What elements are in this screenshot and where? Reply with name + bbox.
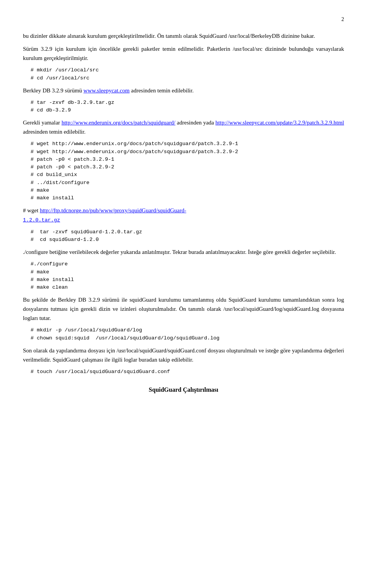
code-block-2: # tar -zxvf db-3.2.9.tar.gz # cd db-3.2.…: [31, 99, 344, 115]
section-heading: SquidGuard Çalıştırılması: [23, 385, 344, 395]
code-block-5: #./configure # make # make install # mak…: [31, 260, 344, 291]
paragraph-1: bu dizinler dikkate alınarak kurulum ger…: [23, 31, 344, 40]
paragraph-7: Son olarak da yapılandırma dosyası için …: [23, 346, 344, 364]
enderunix-link[interactable]: http://www.enderunix.org/docs/patch/squi…: [62, 120, 175, 126]
paragraph-2: Sürüm 3.2.9 için kurulum için öncelikle …: [23, 44, 344, 63]
paragraph-3: Berkley DB 3.2.9 sürümü www.sleepycat.co…: [23, 86, 344, 95]
paragraph-configure: ./configure betiğine verilebilecek değer…: [23, 247, 344, 257]
code-block-7: # touch /usr/local/squidGuard/squidGuard…: [31, 368, 344, 376]
sleepycat-patch-link[interactable]: http://www.sleepycat.com/update/3.2.9/pa…: [216, 120, 344, 126]
code-block-1: # mkdir /usr/local/src # cd /usr/local/s…: [31, 66, 344, 82]
paragraph-5-code: # wget http://ftp.tdcnorge.no/pub/www/pr…: [23, 206, 344, 225]
code-block-6: # mkdir -p /usr/local/squidGuard/log # c…: [31, 326, 344, 342]
sleepycat-link[interactable]: www.sleepycat.com: [83, 87, 130, 94]
paragraph-6: Bu şekilde de Berkley DB 3.2.9 sürümü il…: [23, 295, 344, 323]
code-block-3: # wget http://www.enderunix.org/docs/pat…: [31, 140, 344, 202]
code-block-4: # tar -zxvf squidGuard-1.2.0.tar.gz # cd…: [31, 228, 344, 244]
tdcnorge-link[interactable]: http://ftp.tdcnorge.no/pub/www/proxy/squ…: [23, 207, 186, 223]
paragraph-4: Gerekli yamalar http://www.enderunix.org…: [23, 118, 344, 136]
page-number: 2: [23, 15, 344, 24]
